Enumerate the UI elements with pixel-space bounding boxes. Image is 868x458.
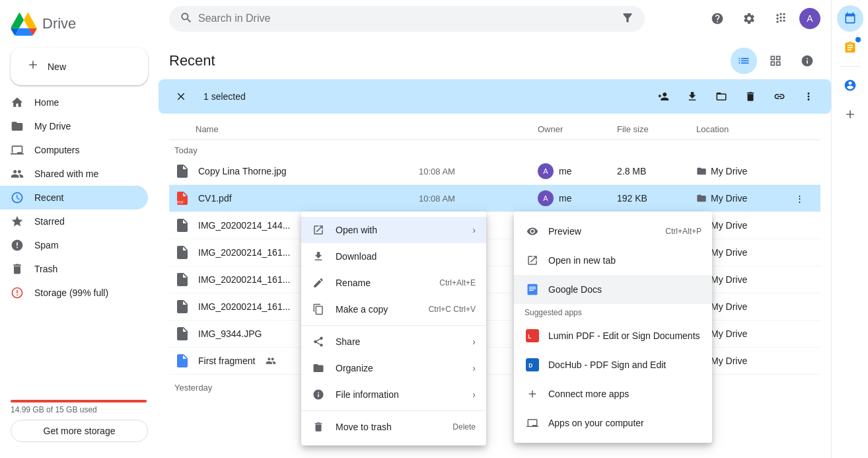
shortcut-label: Ctrl+C Ctrl+V: [429, 305, 476, 314]
download-icon: [312, 250, 325, 263]
info-icon: [312, 388, 325, 401]
menu-item-open-with[interactable]: Open with ›: [301, 217, 486, 243]
submenu-item-label: Open in new tab: [548, 255, 616, 266]
menu-item-trash[interactable]: Move to trash Delete: [301, 414, 486, 440]
menu-item-label: Organize: [336, 363, 373, 373]
menu-item-make-copy[interactable]: Make a copy Ctrl+C Ctrl+V: [301, 296, 486, 323]
open-with-icon: [312, 223, 325, 237]
lumin-icon: L: [524, 328, 540, 344]
open-with-submenu: Preview Ctrl+Alt+P Open in new tab Googl…: [514, 211, 712, 443]
submenu-item-label: DocHub - PDF Sign and Edit: [548, 360, 666, 370]
submenu-item-label: Preview: [548, 226, 581, 237]
submenu-arrow: ›: [472, 389, 476, 400]
menu-item-share[interactable]: Share ›: [301, 328, 486, 355]
svg-text:D: D: [528, 362, 532, 369]
menu-item-file-info[interactable]: File information ›: [301, 381, 486, 408]
submenu-arrow: ›: [472, 363, 476, 373]
submenu-arrow: ›: [472, 225, 476, 235]
menu-item-label: File information: [336, 389, 399, 400]
menu-item-label: Rename: [336, 278, 371, 288]
menu-item-label: Make a copy: [336, 304, 388, 315]
context-menu: Open with › Download Rename Ctrl+Alt+E M…: [301, 211, 486, 445]
submenu-item-label: Lumin PDF - Edit or Sign Documents: [548, 330, 700, 341]
new-tab-icon: [524, 252, 540, 268]
menu-item-label: Move to trash: [336, 422, 392, 432]
copy-icon: [312, 303, 325, 316]
submenu-item-label: Apps on your computer: [548, 418, 644, 428]
submenu-arrow: ›: [472, 336, 476, 347]
submenu-item-preview[interactable]: Preview Ctrl+Alt+P: [514, 217, 712, 246]
menu-item-download[interactable]: Download: [301, 243, 486, 270]
computer-apps-icon: [524, 415, 540, 431]
trash-icon: [312, 420, 325, 434]
svg-rect-2: [528, 284, 538, 295]
menu-item-label: Share: [336, 336, 360, 347]
svg-text:L: L: [528, 333, 531, 340]
rename-icon: [312, 276, 325, 289]
svg-rect-5: [529, 290, 534, 291]
menu-item-organize[interactable]: Organize ›: [301, 355, 486, 381]
submenu-item-new-tab[interactable]: Open in new tab: [514, 246, 712, 275]
google-docs-icon: [524, 282, 540, 297]
submenu-item-connect-apps[interactable]: Connect more apps: [514, 379, 712, 408]
connect-apps-icon: [524, 386, 540, 402]
suggested-apps-title: Suggested apps: [514, 304, 712, 321]
organize-icon: [312, 362, 325, 375]
menu-item-rename[interactable]: Rename Ctrl+Alt+E: [301, 270, 486, 296]
svg-rect-3: [529, 287, 536, 287]
submenu-item-label: Connect more apps: [548, 389, 629, 399]
svg-rect-4: [529, 288, 536, 289]
shortcut-label: Delete: [452, 422, 476, 432]
submenu-item-google-docs[interactable]: Google Docs: [514, 275, 712, 304]
dochub-icon: D: [524, 357, 540, 373]
submenu-item-apps-computer[interactable]: Apps on your computer: [514, 408, 712, 438]
shortcut-label: Ctrl+Alt+P: [665, 227, 702, 236]
menu-item-label: Download: [336, 251, 377, 262]
share-icon: [312, 335, 325, 348]
shortcut-label: Ctrl+Alt+E: [439, 278, 476, 287]
submenu-item-dochub[interactable]: D DocHub - PDF Sign and Edit: [514, 350, 712, 379]
menu-item-label: Open with: [336, 225, 377, 235]
submenu-item-lumin[interactable]: L Lumin PDF - Edit or Sign Documents: [514, 321, 712, 350]
preview-icon: [524, 223, 540, 239]
submenu-item-label: Google Docs: [548, 284, 602, 295]
